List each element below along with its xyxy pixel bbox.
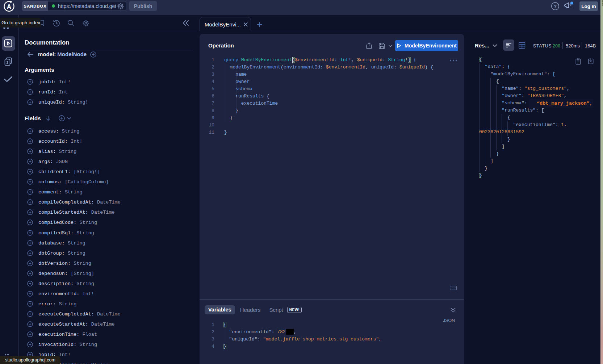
svg-text:?: ? — [554, 4, 557, 9]
svg-text:A: A — [7, 3, 12, 11]
